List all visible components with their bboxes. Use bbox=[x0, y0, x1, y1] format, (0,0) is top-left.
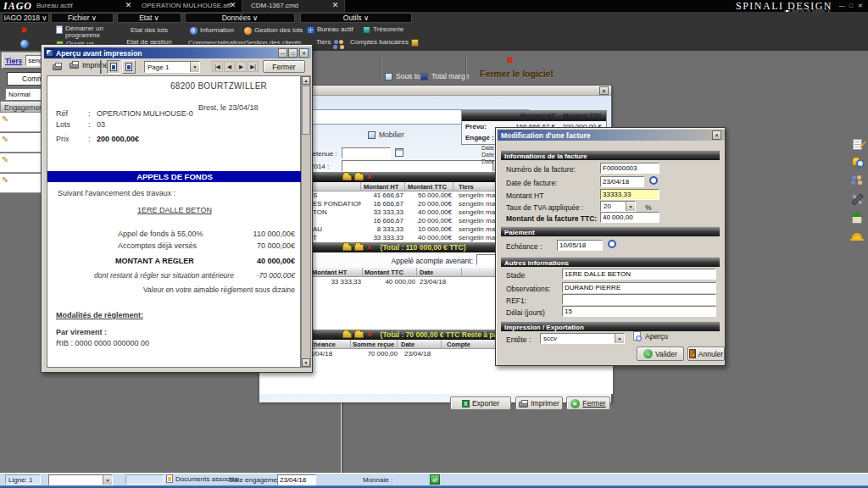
open-folder-icon[interactable] bbox=[354, 331, 364, 338]
menu-outils[interactable]: Outils ∨ bbox=[300, 13, 412, 23]
pencil-icon[interactable] bbox=[2, 114, 8, 124]
date-facture-label: Date de facture: bbox=[506, 179, 557, 187]
apercu-button[interactable]: Aperçu bbox=[633, 331, 668, 341]
menu-iago-2018[interactable]: IAGO 2018 ∨ bbox=[2, 13, 49, 23]
scroll-down-icon[interactable] bbox=[302, 358, 310, 367]
menu-item-tresorerie[interactable]: Trésorerie bbox=[363, 26, 403, 34]
retenue-input[interactable] bbox=[342, 147, 391, 158]
exporter-button[interactable]: Exporter bbox=[450, 396, 511, 410]
notes-button[interactable] bbox=[849, 136, 865, 152]
date-engagement-input[interactable] bbox=[277, 474, 316, 485]
page-select[interactable]: Page 1 bbox=[144, 61, 200, 73]
delai-input[interactable] bbox=[562, 306, 716, 317]
imprimer-button[interactable]: Imprimer bbox=[70, 61, 111, 69]
menu-item-bureau-actif[interactable]: Bureau actif bbox=[307, 26, 353, 34]
first-page-icon[interactable] bbox=[212, 61, 223, 72]
home-button[interactable] bbox=[849, 209, 865, 225]
currency-icon[interactable] bbox=[430, 474, 440, 485]
tab-cdm[interactable]: CDM-1367.cmd bbox=[242, 0, 345, 12]
tab-operation-mulhouse[interactable]: OPERATION MULHOUSE.aff bbox=[142, 2, 231, 9]
menu-item-comptes-bancaires[interactable]: Comptes bancaires bbox=[350, 39, 419, 47]
fermer-preview-button[interactable]: Fermer bbox=[263, 60, 305, 73]
worksite-button[interactable] bbox=[849, 228, 865, 243]
close-icon[interactable] bbox=[856, 3, 865, 10]
ttc-input[interactable] bbox=[600, 212, 659, 223]
delete-icon[interactable] bbox=[366, 331, 373, 339]
close-icon[interactable] bbox=[599, 86, 609, 95]
calendar-icon[interactable] bbox=[395, 148, 403, 157]
pencil-icon[interactable] bbox=[2, 175, 8, 185]
close-icon[interactable] bbox=[228, 1, 237, 10]
previous-page-icon[interactable] bbox=[224, 61, 235, 72]
menu-item-red-x[interactable] bbox=[20, 26, 27, 35]
tab-bureau-actif[interactable]: Bureau actif bbox=[36, 2, 73, 9]
tva-select[interactable]: 20 bbox=[600, 201, 636, 212]
date-label: Date bbox=[481, 152, 494, 158]
checkbox-icon bbox=[385, 73, 392, 80]
entete-select[interactable]: sccv bbox=[540, 333, 625, 344]
pencil-icon[interactable] bbox=[2, 135, 8, 144]
menu-item-gestion-des-lots[interactable]: Gestion des lots bbox=[244, 27, 303, 35]
fermer-logiciel-label[interactable]: Fermer le logiciel bbox=[480, 69, 553, 79]
clock-icon[interactable] bbox=[649, 176, 658, 185]
printer-icon bbox=[519, 402, 528, 408]
menu-item-demarrer-programme[interactable]: Démarrer un programme bbox=[56, 25, 112, 39]
maximize-icon[interactable] bbox=[288, 48, 298, 58]
tools-button[interactable] bbox=[849, 191, 865, 206]
year-select[interactable] bbox=[342, 160, 503, 172]
menu-item-etat-des-lots[interactable]: Etat des lots bbox=[117, 27, 181, 34]
montant-ht-input[interactable] bbox=[600, 189, 659, 200]
open-folder-icon[interactable] bbox=[354, 174, 364, 180]
stade-input[interactable] bbox=[562, 269, 716, 280]
open-folder-icon[interactable] bbox=[354, 244, 364, 251]
contacts-button[interactable] bbox=[849, 172, 865, 187]
menu-item-information[interactable]: Information bbox=[190, 27, 234, 35]
menu-item-tiers[interactable]: Tiers bbox=[316, 39, 345, 49]
fermer-button[interactable]: Fermer bbox=[566, 396, 610, 410]
pencil-icon[interactable] bbox=[2, 155, 8, 164]
search-folder-button[interactable] bbox=[849, 154, 865, 169]
imprimer-button[interactable]: Imprimer bbox=[515, 396, 563, 410]
menu-fichier[interactable]: Fichier ∨ bbox=[51, 13, 114, 23]
status-select[interactable] bbox=[48, 474, 113, 485]
menu-donnees[interactable]: Données ∨ bbox=[185, 13, 295, 23]
minimize-icon[interactable] bbox=[278, 48, 287, 58]
mobilier-toggle[interactable]: Mobilier bbox=[368, 130, 404, 139]
minimize-icon[interactable] bbox=[837, 3, 846, 10]
tiers-link[interactable]: Tiers bbox=[5, 57, 22, 65]
scrollbar-thumb[interactable] bbox=[302, 86, 310, 135]
delete-icon[interactable] bbox=[366, 174, 373, 181]
close-icon[interactable] bbox=[124, 1, 133, 10]
scroll-up-icon[interactable] bbox=[302, 76, 310, 85]
annuler-button[interactable]: Annuler bbox=[687, 347, 725, 361]
menu-etat[interactable]: Etat ∨ bbox=[117, 13, 181, 23]
people-icon bbox=[333, 39, 345, 49]
last-page-icon[interactable] bbox=[248, 61, 259, 72]
vertical-scrollbar[interactable] bbox=[301, 75, 311, 368]
multi-page-view-button[interactable] bbox=[122, 60, 136, 74]
date-facture-input[interactable] bbox=[600, 176, 644, 187]
delete-icon[interactable] bbox=[366, 244, 373, 252]
close-icon[interactable] bbox=[331, 1, 340, 10]
clock-icon[interactable] bbox=[608, 240, 616, 248]
echeance-input[interactable] bbox=[557, 240, 603, 251]
menu-item-globe[interactable] bbox=[20, 40, 29, 48]
close-app-x-icon[interactable] bbox=[506, 56, 514, 64]
valider-button[interactable]: Valider bbox=[637, 347, 684, 361]
next-page-icon[interactable] bbox=[236, 61, 247, 72]
add-icon[interactable] bbox=[342, 174, 352, 180]
restore-icon[interactable] bbox=[847, 3, 855, 10]
ref1-input[interactable] bbox=[562, 294, 716, 305]
total-marge-toggle[interactable]: Total marge bbox=[420, 72, 469, 80]
single-page-view-button[interactable] bbox=[107, 60, 120, 74]
add-icon[interactable] bbox=[342, 244, 352, 251]
preview-titlebar[interactable]: Aperçu avant impression bbox=[44, 47, 311, 58]
printer-icon[interactable] bbox=[53, 64, 62, 70]
documents-associes-button[interactable]: Documents associés bbox=[166, 474, 238, 483]
observations-input[interactable] bbox=[562, 282, 716, 293]
numero-input[interactable] bbox=[600, 163, 659, 174]
close-icon[interactable] bbox=[299, 48, 309, 58]
dialog-titlebar[interactable]: Modification d'une facture bbox=[498, 130, 725, 141]
add-icon[interactable] bbox=[342, 331, 352, 338]
close-icon[interactable] bbox=[712, 130, 721, 140]
